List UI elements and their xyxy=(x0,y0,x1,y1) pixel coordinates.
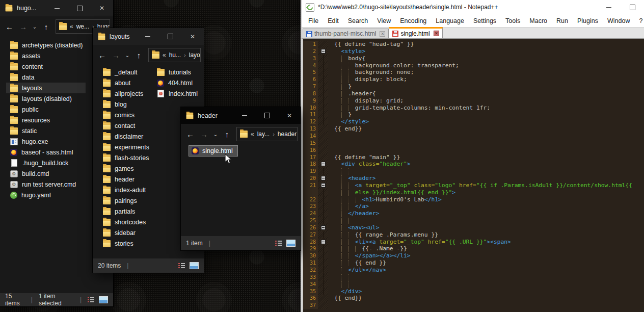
file-item[interactable]: index.html xyxy=(153,88,232,99)
menu-item-help[interactable]: ? xyxy=(634,17,644,24)
minimize-button[interactable] xyxy=(46,0,68,16)
fold-marker-icon[interactable] xyxy=(321,225,326,230)
code-text[interactable]: <header> xyxy=(328,175,644,182)
code-text[interactable] xyxy=(328,217,644,224)
breadcrumb[interactable]: «lay...›header xyxy=(236,127,298,141)
fold-marker-icon[interactable] xyxy=(321,183,326,188)
file-item[interactable]: resources xyxy=(6,115,86,125)
file-item[interactable]: static xyxy=(6,125,86,136)
file-item[interactable]: contact xyxy=(99,120,178,131)
file-item[interactable]: shortcodes xyxy=(99,217,178,227)
code-text[interactable]: </span></a></li> xyxy=(328,252,644,259)
file-item[interactable]: index-adult xyxy=(99,185,178,195)
code-editor[interactable]: 1{{ define "head-tag" }}2 <style>3 body{… xyxy=(303,39,644,312)
code-text[interactable]: <div class="header"> xyxy=(328,161,644,168)
code-text[interactable]: {{ end}} xyxy=(328,125,644,133)
file-list[interactable]: archetypes (disabled)assetscontentdatala… xyxy=(0,40,86,200)
close-button[interactable]: ✕ xyxy=(278,107,301,124)
fold-marker-icon[interactable] xyxy=(321,240,326,244)
file-item[interactable]: layouts (disabled) xyxy=(6,93,86,104)
breadcrumb-segment[interactable]: header xyxy=(278,131,297,138)
details-view-icon[interactable] xyxy=(275,240,282,246)
collapsed-path-icon[interactable]: « xyxy=(70,23,73,30)
code-text[interactable]: {{ define "head-tag" }} xyxy=(328,41,644,48)
code-text[interactable]: <style> xyxy=(328,48,644,55)
window-titlebar[interactable]: *D:\www\web2.0\hugo-site\layouts\header\… xyxy=(302,0,644,14)
file-item[interactable]: tutorials xyxy=(153,67,232,77)
menu-item-settings[interactable]: Settings xyxy=(469,17,501,24)
file-item[interactable]: hugo.yaml xyxy=(6,190,86,200)
code-text[interactable]: </div> xyxy=(328,288,644,295)
code-text[interactable]: display: grid; xyxy=(328,97,644,105)
maximize-button[interactable] xyxy=(159,28,181,45)
menu-item-file[interactable]: File xyxy=(304,17,323,24)
code-text[interactable]: {{- .Name -}} xyxy=(328,245,644,252)
menu-item-edit[interactable]: Edit xyxy=(323,17,343,24)
code-text[interactable] xyxy=(328,133,644,140)
minimize-button[interactable] xyxy=(137,28,159,45)
code-text[interactable]: {{ end}} xyxy=(328,295,644,302)
file-item[interactable]: blog xyxy=(99,99,178,110)
details-view-icon[interactable] xyxy=(178,263,185,269)
breadcrumb-segment[interactable]: we... xyxy=(76,23,89,30)
code-text[interactable]: </a> xyxy=(328,203,644,210)
file-item[interactable]: sidebar xyxy=(99,227,178,238)
file-item[interactable]: flash-stories xyxy=(99,152,178,163)
menu-item-window[interactable]: Window xyxy=(603,17,634,24)
breadcrumb[interactable]: «hu...›layouts xyxy=(148,48,201,62)
forward-icon[interactable]: → xyxy=(17,22,30,31)
menu-item-language[interactable]: Language xyxy=(431,17,469,24)
collapsed-path-icon[interactable]: « xyxy=(163,51,166,59)
up-icon[interactable]: ↑ xyxy=(40,22,52,31)
back-icon[interactable]: ← xyxy=(184,130,197,139)
close-button[interactable]: ✕ xyxy=(91,0,113,16)
breadcrumb-segment[interactable]: lay... xyxy=(257,131,270,138)
code-text[interactable]: </ul></nav> xyxy=(328,267,644,274)
code-text[interactable] xyxy=(328,147,644,154)
up-icon[interactable]: ↑ xyxy=(132,51,145,60)
breadcrumb-segment[interactable]: hu... xyxy=(169,51,181,59)
code-text[interactable]: background: none; xyxy=(328,69,644,76)
tab-single.html[interactable]: single.html✕ xyxy=(389,27,442,38)
file-list[interactable]: tutorials404.htmlindex.html xyxy=(147,67,232,99)
back-icon[interactable]: ← xyxy=(96,51,109,60)
code-text[interactable]: body{ xyxy=(328,55,644,62)
code-text[interactable] xyxy=(328,302,644,309)
menu-item-search[interactable]: Search xyxy=(343,17,373,24)
collapsed-path-icon[interactable]: « xyxy=(251,131,254,138)
minimize-button[interactable] xyxy=(233,107,256,124)
code-text[interactable]: } xyxy=(328,111,644,118)
code-text[interactable]: display: block; xyxy=(328,76,644,83)
file-item[interactable]: disclaimer xyxy=(99,131,178,142)
code-text[interactable]: } xyxy=(328,83,644,90)
file-item[interactable]: baseof - sass.html xyxy=(6,147,86,158)
back-icon[interactable]: ← xyxy=(3,22,16,31)
code-text[interactable]: <a target="_top" class="logo" href="{{ i… xyxy=(328,182,644,189)
file-item[interactable]: layouts xyxy=(6,83,86,93)
file-item[interactable]: games xyxy=(99,163,178,174)
fold-marker-icon[interactable] xyxy=(321,49,326,54)
file-item[interactable]: hugo.exe xyxy=(6,136,86,147)
menu-item-macro[interactable]: Macro xyxy=(525,17,552,24)
file-item[interactable]: run test server.cmd xyxy=(6,179,86,190)
window-titlebar[interactable]: hugo... ✕ xyxy=(0,0,113,16)
file-item[interactable]: partials xyxy=(99,206,178,217)
menu-item-plugins[interactable]: Plugins xyxy=(573,17,603,24)
fold-marker-icon[interactable] xyxy=(321,162,326,166)
code-text[interactable]: .header{ xyxy=(328,90,644,97)
forward-icon[interactable]: → xyxy=(198,130,210,139)
file-item[interactable]: header xyxy=(99,174,178,185)
file-item[interactable]: data xyxy=(6,72,86,83)
breadcrumb-segment[interactable]: layouts xyxy=(189,51,201,59)
code-text[interactable]: grid-template-columns: min-content 1fr; xyxy=(328,105,644,112)
menu-item-encoding[interactable]: Encoding xyxy=(395,17,431,24)
code-text[interactable]: </style> xyxy=(328,118,644,125)
thumbnail-view-icon[interactable] xyxy=(190,262,199,269)
tab-close-icon[interactable]: ✕ xyxy=(434,31,439,36)
code-text[interactable]: </header> xyxy=(328,210,644,217)
file-item[interactable]: assets xyxy=(6,50,86,61)
code-text[interactable]: else }}/index.html{{ end }}"> xyxy=(328,189,644,196)
menu-item-run[interactable]: Run xyxy=(552,17,573,24)
code-text[interactable]: {{ define "main" }} xyxy=(328,154,644,161)
code-text[interactable] xyxy=(328,168,644,175)
